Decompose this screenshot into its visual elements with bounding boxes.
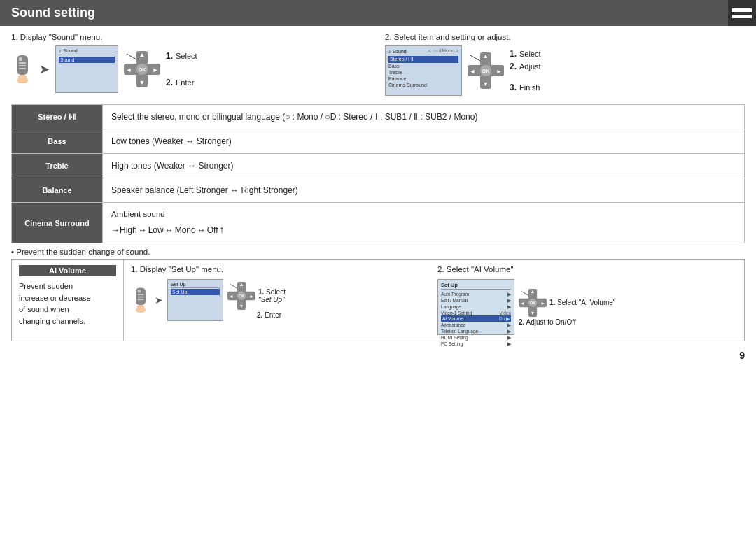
svg-rect-28 <box>138 297 144 298</box>
svg-text:OK: OK <box>482 69 490 73</box>
table-row-cinema: Cinema Surround Ambient sound →High ↔ Lo… <box>12 203 745 243</box>
ai-step1-enter-label: 2. Enter <box>257 311 281 319</box>
setup-menu-screen-small: Set Up Set Up <box>167 279 223 321</box>
dpad-right: OK ▲ ▼ ◄ ► <box>468 52 504 89</box>
top-left-steps: 1. Select 2. Enter <box>166 51 197 87</box>
step-1-select-right: 1. Select <box>510 49 541 59</box>
sound-settings-table: Stereo / Ⅰ·Ⅱ Select the stereo, mono or … <box>11 104 745 243</box>
ai-arrow-icon: ➤ <box>155 294 163 306</box>
svg-text:◄: ◄ <box>520 301 525 306</box>
sound-menu-screen: ♪ Sound Sound <box>55 45 118 93</box>
svg-text:◄: ◄ <box>470 68 476 75</box>
svg-line-40 <box>230 284 237 288</box>
svg-text:►: ► <box>249 294 254 299</box>
setup-screen-title: Set Up <box>441 282 511 290</box>
setup-detail-screen: Set Up Auto Program▶ Edit / Manual▶ Lang… <box>438 279 514 335</box>
desc-treble: High tones (Weaker ↔ Stronger) <box>103 154 745 178</box>
svg-rect-6 <box>18 75 27 82</box>
remote-hand-icon <box>11 55 34 83</box>
label-bass: Bass <box>12 129 103 154</box>
ai-step2-title: 2. Select "AI Volume" <box>438 265 737 273</box>
ai-step1-title: 1. Display "Set Up" menu. <box>131 265 430 273</box>
sound-detail-screen: ♪ Sound < ○○Ⅱ Mono > Stereo / Ⅰ·Ⅱ Bass T… <box>385 45 462 96</box>
cs-off: Off <box>207 224 218 236</box>
desc-balance: Speaker balance (Left Stronger ↔ Right S… <box>103 178 745 203</box>
desc-stereo: Select the stereo, mono or bilingual lan… <box>103 105 745 129</box>
bar-line-1 <box>732 8 752 12</box>
step-2-adjust: 2. Adjust <box>510 62 541 71</box>
label-treble: Treble <box>12 154 103 178</box>
top-right-diagram: ♪ Sound < ○○Ⅱ Mono > Stereo / Ⅰ·Ⅱ Bass T… <box>385 45 745 96</box>
table-row-treble: Treble High tones (Weaker ↔ Stronger) <box>12 154 745 178</box>
table-row-bass: Bass Low tones (Weaker ↔ Stronger) <box>12 129 745 154</box>
step-1-select: 1. Select <box>166 51 197 61</box>
svg-text:◄: ◄ <box>126 66 132 73</box>
svg-text:▼: ▼ <box>483 80 489 87</box>
svg-text:▲: ▲ <box>483 52 489 59</box>
svg-text:▼: ▼ <box>531 311 536 315</box>
ambient-sound-label: Ambient sound <box>111 208 736 220</box>
svg-rect-29 <box>138 299 144 301</box>
label-cinema: Cinema Surround <box>12 203 103 243</box>
cs-return-arrow: ↑ <box>220 222 225 237</box>
svg-rect-27 <box>138 294 144 296</box>
svg-text:►: ► <box>540 301 545 306</box>
svg-text:OK: OK <box>239 294 244 298</box>
desc-cinema: Ambient sound →High ↔ Low ↔ Mono ↔ Off ↑ <box>103 203 745 243</box>
menu-screen-title: Sound <box>64 48 78 53</box>
svg-rect-2 <box>19 62 26 64</box>
step-2-enter: 2. Enter <box>166 78 197 87</box>
svg-text:►: ► <box>496 68 503 75</box>
top-right-label: 2. Select item and setting or adjust. <box>385 33 745 41</box>
label-stereo: Stereo / Ⅰ·Ⅱ <box>12 105 103 129</box>
top-left-block: 1. Display "Sound" menu. ➤ <box>11 33 371 96</box>
header-bar-decoration <box>728 0 756 26</box>
svg-rect-3 <box>19 65 26 66</box>
page-title: Sound setting <box>11 6 95 20</box>
cs-mono: Mono <box>175 224 196 236</box>
svg-rect-4 <box>19 68 26 69</box>
ai-left-block: AI Volume Prevent suddenincrease or decr… <box>12 260 124 341</box>
step-3-finish: 3. Finish <box>510 83 541 92</box>
dpad-left: OK ▲ ▼ ◄ ► <box>124 51 160 87</box>
top-section: 1. Display "Sound" menu. ➤ <box>0 26 756 100</box>
cinema-flow: →High ↔ Low ↔ Mono ↔ Off ↑ <box>111 222 736 237</box>
svg-text:OK: OK <box>530 301 536 305</box>
page: Sound setting 1. Display "Sound" menu. <box>0 0 756 367</box>
ai-step2-block: 2. Select "AI Volume" Set Up Auto Progra… <box>438 265 737 335</box>
svg-text:▲: ▲ <box>531 289 536 294</box>
table-row-balance: Balance Speaker balance (Left Stronger ↔… <box>12 178 745 203</box>
svg-text:OK: OK <box>139 67 146 72</box>
svg-text:▼: ▼ <box>239 304 244 308</box>
ai-step2-select-label: 1. Select "AI Volume" <box>550 299 615 306</box>
label-balance: Balance <box>12 178 103 203</box>
svg-text:►: ► <box>153 66 159 73</box>
ai-volume-label: AI Volume <box>19 265 116 276</box>
svg-rect-26 <box>138 290 141 292</box>
top-left-diagram: ➤ ♪ Sound Sound <box>11 45 371 93</box>
svg-rect-31 <box>137 305 145 311</box>
svg-rect-1 <box>19 57 22 61</box>
desc-bass: Low tones (Weaker ↔ Stronger) <box>103 129 745 154</box>
ai-volume-section: AI Volume Prevent suddenincrease or decr… <box>11 259 745 341</box>
cs-corner: →High <box>111 224 137 236</box>
svg-line-24 <box>470 55 480 61</box>
ai-dpad1: OK ▲ ▼ ◄ ► <box>227 282 255 310</box>
svg-line-49 <box>521 291 528 295</box>
ai-remote-hand-icon <box>131 287 150 313</box>
svg-text:▼: ▼ <box>139 79 146 86</box>
svg-text:◄: ◄ <box>229 294 234 299</box>
ai-right-block: 1. Display "Set Up" menu. ➤ <box>124 260 744 341</box>
ai-dpad2: OK ▲ ▼ ◄ ► <box>519 289 547 317</box>
ai-step1-block: 1. Display "Set Up" menu. ➤ <box>131 265 430 321</box>
svg-text:▲: ▲ <box>239 282 244 287</box>
page-header: Sound setting <box>0 0 756 26</box>
menu-item-sound: Sound <box>59 57 115 63</box>
ai-step1-diagram: ➤ Set Up Set Up OK <box>131 279 430 321</box>
ai-step2-adjust-label: 2. Adjust to On/Off <box>519 318 576 326</box>
svg-text:▲: ▲ <box>139 51 146 58</box>
arrow-icon: ➤ <box>39 62 50 77</box>
ai-step1-select-label: 1. Select "Set Up" <box>258 288 286 304</box>
bar-line-2 <box>732 15 752 18</box>
table-row-stereo: Stereo / Ⅰ·Ⅱ Select the stereo, mono or … <box>12 105 745 129</box>
